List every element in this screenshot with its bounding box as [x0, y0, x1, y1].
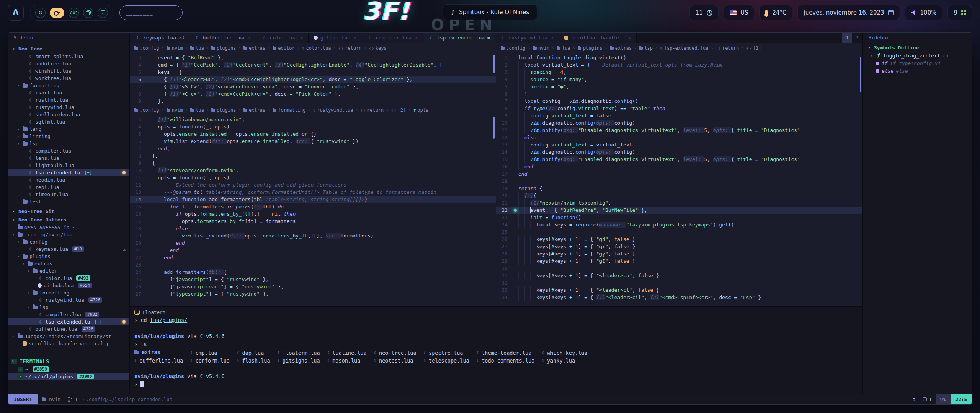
- scrollbar-thumb[interactable]: [493, 55, 495, 73]
- tree-item-editor[interactable]: ▾editor: [8, 267, 129, 275]
- code-line-18[interactable]: 18: [496, 177, 862, 185]
- code-line-5[interactable]: 5prefix = "●",: [496, 83, 862, 90]
- code-line-2[interactable]: 2local virtual_text = { -- Default virtu…: [496, 61, 862, 68]
- code-line-15[interactable]: 15vim.notify(msg: "Enabled diagnostics v…: [496, 156, 862, 163]
- code-line-3[interactable]: 3event = { "BufRead" },: [130, 54, 496, 61]
- breadcrumb-item[interactable]: lua: [190, 46, 204, 51]
- file-entry[interactable]: ☾cmp.lua: [190, 349, 237, 357]
- code-line-24[interactable]: 24local keys = require(modname: "lazyvim…: [496, 221, 862, 228]
- breadcrumb-item[interactable]: ☾rustywind.lua: [313, 107, 353, 113]
- code-line-3[interactable]: 3[1]"williamboman/mason.nvim",: [130, 116, 496, 123]
- neotree-section-header[interactable]: Neo-Tree: [8, 44, 129, 53]
- refresh-button[interactable]: [35, 8, 46, 18]
- tab-bufferline-lua[interactable]: ☾bufferline.lua×: [189, 33, 256, 43]
- code-line-30[interactable]: 30: [496, 265, 862, 272]
- breadcrumb-item[interactable]: plugins: [211, 107, 236, 113]
- code-line-1[interactable]: 1local function toggle_diag_virtext(): [496, 54, 862, 61]
- code-line-17[interactable]: 17opts.formatters_by_ft[ft] = formatters: [130, 218, 496, 225]
- code-line-4[interactable]: 4source = "if_many",: [496, 76, 862, 83]
- code-line-7[interactable]: 7end,: [130, 145, 496, 152]
- tree-item-isort-lua[interactable]: ☾isort.lua: [8, 89, 129, 96]
- code-line-14[interactable]: 14local function add_formatters(tbl :tab…: [130, 196, 496, 203]
- code-line-23[interactable]: 23init = function(): [496, 214, 862, 221]
- file-entry[interactable]: ☾neotest.lua: [374, 357, 424, 364]
- code-line-13[interactable]: 13---@param tbl table<string, conform.Fo…: [130, 189, 496, 196]
- directory-entry[interactable]: extras: [134, 348, 190, 356]
- code-line-33[interactable]: 33keys[#keys + 1] = { "<leader>cl", fals…: [496, 286, 862, 294]
- tree-item-neodim-lua[interactable]: ☾neodim.lua: [8, 176, 129, 184]
- tree-item-bufferline-lua[interactable]: ☾bufferline.lua#328: [8, 325, 129, 333]
- tree-item-rustywind-lua[interactable]: ☾rustywind.lua#726: [8, 296, 129, 304]
- file-entry[interactable]: ☾mason.lua: [327, 357, 374, 364]
- tree-item-formatting[interactable]: ▾formatting: [8, 289, 129, 296]
- close-icon[interactable]: ×: [551, 35, 554, 41]
- code-line-14[interactable]: 14vim.diagnostic.config(opts: config): [496, 148, 862, 156]
- code-line-5[interactable]: 5keys = {: [130, 68, 496, 76]
- tree-item-shellharden-lua[interactable]: ☾shellharden.lua: [8, 111, 129, 118]
- breadcrumb-item[interactable]: plugins: [211, 46, 236, 51]
- tree-item-lsp-extended-lu[interactable]: ☾lsp-extended.lu[+]: [8, 318, 129, 325]
- note-button[interactable]: [98, 8, 108, 18]
- code-line-16[interactable]: 16if opts.formatters_by_ft[ft] == nil th…: [130, 210, 496, 218]
- code-line-10[interactable]: 10[1]"stevearc/conform.nvim",: [130, 167, 496, 174]
- tree-item-lens-lua[interactable]: ☾lens.lua: [8, 154, 129, 162]
- file-entry[interactable]: ☾which-key.lua: [542, 349, 595, 357]
- tree-item-lang[interactable]: ▸lang: [8, 125, 129, 133]
- tree-item-worktree-lua[interactable]: ☾worktree.lua: [8, 75, 129, 82]
- breadcrumb-item[interactable]: {}[2]: [391, 107, 406, 113]
- breadcrumb-item[interactable]: .config: [134, 107, 159, 113]
- code-line-19[interactable]: 19return {: [496, 185, 862, 192]
- code-line-24[interactable]: 24add_formatters(tbl: {: [130, 268, 496, 276]
- code-line-7[interactable]: 7{ [1]"<S-C>", [2]"<cmd>CccConvert<cr>",…: [130, 83, 496, 90]
- code-line-7[interactable]: 7local config = vim.diagnostic.config(): [496, 98, 862, 105]
- code-line-8[interactable]: 8if type(v: config.virtual_text) == "tab…: [496, 105, 862, 112]
- code-line-15[interactable]: 15for ft, formatters in pairs(t: tbl) do: [130, 203, 496, 210]
- scrollbar-thumb[interactable]: [493, 117, 495, 139]
- tree-item-lightbulb-lua[interactable]: ☾lightbulb.lua: [8, 162, 129, 169]
- file-entry[interactable]: ☾flash.lua: [237, 357, 278, 364]
- scrollbar-thumb[interactable]: [860, 57, 861, 92]
- file-entry[interactable]: ☾dap.lua: [237, 349, 278, 357]
- tree-item-config[interactable]: ▾config: [8, 238, 129, 246]
- file-entry[interactable]: ☾neo-tree.lua: [374, 349, 424, 357]
- tree-item-plugins[interactable]: ▾plugins: [8, 253, 129, 260]
- code-line-9[interactable]: 9config.virtual_text = false: [496, 112, 862, 119]
- tree-item-color-lua[interactable]: ☾color.lua#493: [8, 275, 129, 282]
- close-icon[interactable]: ×: [300, 35, 303, 41]
- code-area[interactable]: 1local function toggle_diag_virtext()2lo…: [496, 53, 862, 306]
- breadcrumb-item[interactable]: nvim: [533, 46, 549, 51]
- code-line-28[interactable]: 28keys[#keys + 1] = { "gy", false }: [496, 250, 862, 257]
- code-line-6[interactable]: 6vim.list_extend(dst: opts.ensure_instal…: [130, 138, 496, 145]
- floaterm-panel[interactable]: Floaterm › cd lua/plugins/ nvim/lua/plug…: [130, 306, 862, 394]
- code-line-11[interactable]: 11opts = function(_, opts): [130, 174, 496, 181]
- tab-scrollbar-handle[interactable]: scrollbar-handle-…×: [559, 33, 637, 43]
- file-entry[interactable]: ☾lualine.lua: [327, 349, 374, 357]
- code-area[interactable]: 3[1]"williamboman/mason.nvim",4opts = fu…: [130, 115, 496, 306]
- breadcrumb-item[interactable]: nvim: [167, 107, 183, 113]
- file-entry[interactable]: ☾conform.lua: [190, 357, 237, 364]
- code-line-5[interactable]: 5opts.ensure_installed = opts.ensure_ins…: [130, 130, 496, 138]
- code-line-20[interactable]: 20end: [130, 239, 496, 247]
- code-line-23[interactable]: 23: [130, 261, 496, 268]
- code-line-6[interactable]: 6{ [1]"<leader>uC", [2]"<cmd>CccHighligh…: [130, 76, 496, 83]
- tree-item-c-n-l-plugins[interactable]: >~/.c/n/l/plugins#3980: [8, 373, 129, 380]
- link-button[interactable]: [69, 8, 79, 18]
- breadcrumb-item[interactable]: {}return: [338, 46, 362, 51]
- code-line-32[interactable]: 32: [496, 279, 862, 286]
- tabpage-1[interactable]: 1: [842, 33, 852, 43]
- tree-item-open-buffers-in[interactable]: OPEN BUFFERS in ~: [8, 224, 129, 231]
- code-line-21[interactable]: 21[1]"neovim/nvim-lspconfig",: [496, 199, 862, 206]
- terminals-section-header[interactable]: TERMINALS: [8, 357, 129, 366]
- key-button[interactable]: [50, 8, 64, 18]
- file-entry[interactable]: ☾telescope.lua: [424, 357, 477, 364]
- code-line-3[interactable]: 3spacing = 4,: [496, 68, 862, 76]
- close-icon[interactable]: ×: [415, 35, 418, 41]
- widget-timer[interactable]: 11: [689, 5, 719, 20]
- code-line-22[interactable]: 22end: [130, 254, 496, 261]
- tree-item-smart-splits-lua[interactable]: ☾smart-splits.lua: [8, 53, 129, 60]
- breadcrumb-item[interactable]: {}keys: [369, 46, 387, 51]
- code-area[interactable]: 3event = { "BufRead" },4cmd = { [1]"CccP…: [130, 53, 496, 105]
- breadcrumb-item[interactable]: formatting: [273, 107, 305, 113]
- breadcrumb-item[interactable]: ☾lsp-extended.lua: [660, 46, 708, 51]
- tree-item-test[interactable]: ▸test: [8, 198, 129, 205]
